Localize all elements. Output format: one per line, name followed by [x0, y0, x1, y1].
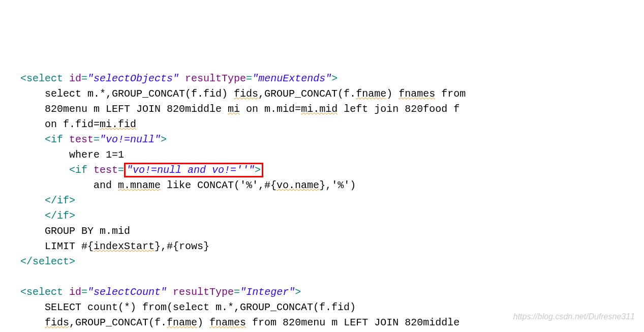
tag-if-close: </if>: [45, 195, 75, 206]
attr-resulttype: resultType: [179, 73, 246, 84]
attr-id-value: "selectObjects": [87, 73, 179, 84]
tag-if-inner: <if: [69, 164, 94, 176]
code-block: <select id="selectObjects" resultType="m…: [20, 71, 624, 332]
tag-select-open: <select: [20, 73, 69, 84]
sql-text: select m.*,GROUP_CONCAT(f.fid): [45, 88, 234, 100]
watermark: https://blog.csdn.net/Dufresne311: [513, 311, 635, 323]
tag-if-close: </if>: [45, 210, 75, 222]
tag-if-open: <if: [45, 134, 69, 145]
tag-select-open-2: <select: [20, 286, 69, 298]
highlighted-test-value: "vo!=null and vo!=''">: [124, 163, 263, 177]
attr-resulttype-value: "menuExtends": [252, 73, 331, 84]
tag-select-close: </select>: [20, 256, 75, 267]
attr-id: id: [69, 73, 81, 84]
